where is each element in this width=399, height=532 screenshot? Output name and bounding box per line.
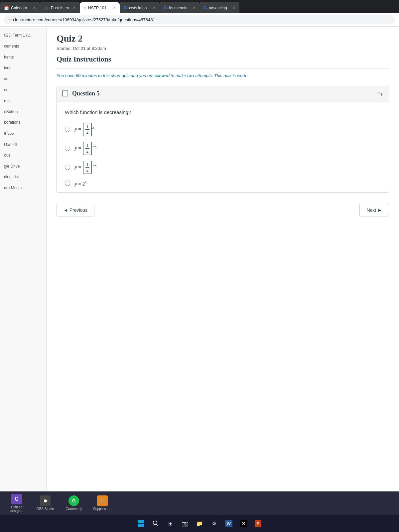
taskbar-app-grammarly-label: Grammarly <box>66 507 82 511</box>
tab-nstp-close[interactable]: ✕ <box>113 6 116 10</box>
math-expression-3: y = 1 2 −x <box>75 161 96 174</box>
url-input[interactable] <box>4 15 395 24</box>
sidebar-item-ding-list[interactable]: ding List <box>0 172 46 183</box>
tab-advancing[interactable]: G advancing ✕ <box>200 2 239 13</box>
tab-calendar-label: Calendar <box>11 6 27 10</box>
nstp-icon: ≡ <box>84 6 86 10</box>
taskbar-app-obs-label: OBS Studio <box>37 507 54 511</box>
tab-nstp[interactable]: ≡ NSTP 101 ✕ <box>80 2 120 13</box>
sidebar-item-es[interactable]: es <box>0 84 46 95</box>
address-bar <box>0 13 399 27</box>
sidebar-item-ebutton[interactable]: eButton <box>0 106 46 117</box>
answer-option-1[interactable]: y = 1 2 x <box>65 123 381 136</box>
taskbar-task-view-icon[interactable]: ⊞ <box>164 517 176 529</box>
taskbar-app-grammarly[interactable]: G Grammarly <box>61 494 87 512</box>
taskbar-word-icon[interactable]: W <box>223 517 235 529</box>
sidebar-item-res[interactable]: res <box>0 95 46 106</box>
math-expression-4: y = 2x <box>75 180 86 187</box>
taskbar-x-icon[interactable]: ✕ <box>237 517 249 529</box>
quiz-started: Started: Oct 21 at 8:30am <box>57 46 389 51</box>
taskbar-app-untitled-label: Untitleddesign... <box>10 505 23 513</box>
answer-option-2[interactable]: y = 1 2 −x <box>65 142 381 155</box>
quiz-instructions-heading: Quiz Instructions <box>57 55 389 64</box>
section-divider-1 <box>57 68 389 68</box>
math-expression-2: y = 1 2 −x <box>75 142 96 155</box>
tab-calendar-close[interactable]: ✕ <box>33 6 36 10</box>
sidebar: 023, Term 1 (U... cements hents ions as … <box>0 27 47 519</box>
tab-post-atten-label: Post Atten <box>51 6 69 10</box>
nav-buttons: ◄ Previous Next ► <box>57 200 389 220</box>
tab-post-atten[interactable]: 🎥 Post Atten ✕ <box>40 2 80 13</box>
sidebar-item-hents[interactable]: hents <box>0 52 46 63</box>
tab-its-meaning-label: Its meanin <box>169 6 187 10</box>
taskbar-app-supplies[interactable]: 🛒 Supplies - ... <box>89 494 116 512</box>
radio-option-3[interactable] <box>65 165 70 170</box>
svg-rect-0 <box>138 520 141 523</box>
browser-chrome: 📅 Calendar ✕ 🎥 Post Atten ✕ ≡ NSTP 101 ✕… <box>0 0 399 27</box>
taskbar-app-supplies-label: Supplies - ... <box>93 507 112 511</box>
svg-rect-3 <box>141 524 144 527</box>
svg-point-4 <box>153 521 157 525</box>
taskbar-p-icon[interactable]: P <box>252 517 264 529</box>
question-points: 2 p <box>377 91 383 96</box>
answer-options: y = 1 2 x y = 1 <box>65 123 381 187</box>
cwts-icon: G <box>124 5 127 10</box>
tab-advancing-close[interactable]: ✕ <box>232 6 235 10</box>
next-button[interactable]: Next ► <box>359 204 389 216</box>
question-prompt: Which function is decreasing? <box>65 109 381 115</box>
sidebar-item-borations[interactable]: borations <box>0 117 46 128</box>
its-meaning-icon: G <box>164 5 167 10</box>
sidebar-item-ous[interactable]: ous <box>0 150 46 161</box>
page-layout: 023, Term 1 (U... cements hents ions as … <box>0 27 399 519</box>
svg-line-5 <box>157 524 159 526</box>
sidebar-item-0[interactable]: 023, Term 1 (U... <box>0 30 46 41</box>
question-header-left: Question 5 <box>62 90 100 97</box>
taskbar-apps-row: C Untitleddesign... ⏺ OBS Studio G Gramm… <box>0 491 399 515</box>
svg-rect-2 <box>138 524 141 527</box>
taskbar-search-icon[interactable] <box>150 517 162 529</box>
tab-advancing-label: advancing <box>209 6 227 10</box>
tab-calendar[interactable]: 📅 Calendar ✕ <box>0 2 40 13</box>
tab-its-meaning[interactable]: G Its meanin ✕ <box>160 2 200 13</box>
post-atten-icon: 🎥 <box>44 6 49 10</box>
sidebar-item-cements[interactable]: cements <box>0 41 46 52</box>
taskbar-app-untitled[interactable]: C Untitleddesign... <box>3 492 30 514</box>
question-body: Which function is decreasing? y = 1 2 x <box>57 101 389 192</box>
quiz-title: Quiz 2 <box>57 33 389 44</box>
sidebar-item-gle-drive[interactable]: gle Drive <box>0 161 46 172</box>
radio-option-2[interactable] <box>65 146 70 151</box>
advancing-icon: G <box>203 5 207 10</box>
tab-its-meaning-close[interactable]: ✕ <box>193 6 196 10</box>
question-title: Question 5 <box>72 90 100 97</box>
calendar-icon: 📅 <box>4 6 9 10</box>
tab-cwts[interactable]: G cwts impo ✕ <box>120 2 160 13</box>
sidebar-item-365[interactable]: e 365 <box>0 128 46 139</box>
math-expression-1: y = 1 2 x <box>75 123 94 136</box>
taskbar: ⊞ 📷 📁 ⚙ W ✕ P <box>0 515 399 532</box>
tab-nstp-label: NSTP 101 <box>88 6 106 10</box>
tab-cwts-label: cwts impo <box>129 6 147 10</box>
question-header: Question 5 2 p <box>57 86 389 101</box>
tab-bar: 📅 Calendar ✕ 🎥 Post Atten ✕ ≡ NSTP 101 ✕… <box>0 0 399 13</box>
sidebar-item-ions[interactable]: ions <box>0 63 46 73</box>
taskbar-settings-icon[interactable]: ⚙ <box>208 517 220 529</box>
quiz-instructions-text: You have 60 minutes to this short quiz a… <box>57 72 389 79</box>
answer-option-4[interactable]: y = 2x <box>65 180 381 187</box>
main-content: Quiz 2 Started: Oct 21 at 8:30am Quiz In… <box>47 27 399 519</box>
question-box: Question 5 2 p Which function is decreas… <box>57 86 389 193</box>
previous-button[interactable]: ◄ Previous <box>57 204 94 216</box>
taskbar-file-icon[interactable]: 📁 <box>194 517 205 529</box>
tab-cwts-close[interactable]: ✕ <box>153 6 156 10</box>
sidebar-item-rawhill[interactable]: raw Hill <box>0 139 46 150</box>
sidebar-item-ura-media[interactable]: ura Media <box>0 183 46 194</box>
question-flag-checkbox[interactable] <box>62 90 68 96</box>
taskbar-camera-icon[interactable]: 📷 <box>179 517 191 529</box>
taskbar-app-obs[interactable]: ⏺ OBS Studio <box>32 494 59 512</box>
radio-option-4[interactable] <box>65 181 70 186</box>
sidebar-item-as[interactable]: as <box>0 73 46 84</box>
radio-option-1[interactable] <box>65 127 70 132</box>
taskbar-windows-icon[interactable] <box>135 517 147 529</box>
tab-post-close[interactable]: ✕ <box>73 6 76 10</box>
answer-option-3[interactable]: y = 1 2 −x <box>65 161 381 174</box>
svg-rect-1 <box>141 520 144 523</box>
